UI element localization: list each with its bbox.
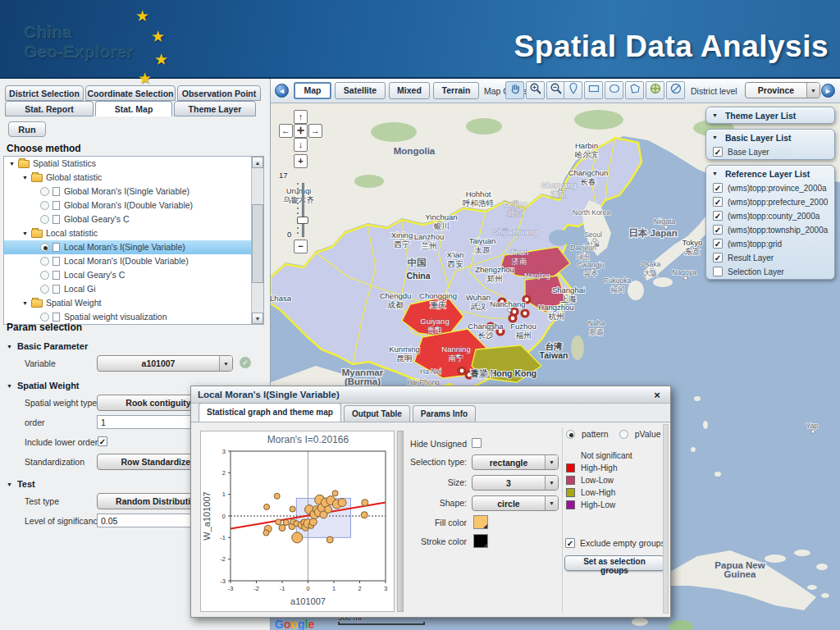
layer-checkbox[interactable] — [713, 267, 723, 276]
size-select[interactable]: 3 — [472, 475, 559, 491]
tree-item-local-geary-s-c[interactable]: Local Geary's C — [4, 268, 251, 282]
district-level-select[interactable]: Province — [745, 82, 820, 98]
result-marker-icon[interactable] — [509, 315, 516, 322]
exclude-empty-groups[interactable]: Exclude empty groups — [565, 538, 665, 548]
dialog-tab-statistical-graph-and-theme-map[interactable]: Statistical graph and theme map — [199, 403, 341, 422]
tree-folder-global-statistic[interactable]: Global statistic — [4, 171, 251, 185]
tab-coordinate-selection[interactable]: Coordinate Selection — [85, 85, 176, 101]
scrollbar-thumb[interactable] — [252, 204, 263, 283]
layer-item-wms-topp-township-2000a[interactable]: (wms)topp:township_2000a — [706, 223, 834, 237]
view-tab-terrain[interactable]: Terrain — [433, 82, 479, 99]
pan-right-icon[interactable]: → — [308, 124, 322, 138]
layer-item-base-layer[interactable]: Base Layer — [706, 145, 834, 159]
exclude-checkbox[interactable] — [565, 538, 575, 548]
tab-observation-point[interactable]: Observation Point — [177, 85, 261, 101]
radio-icon[interactable] — [40, 187, 49, 196]
set-selection-groups-button[interactable]: Set as selection groups — [564, 555, 664, 571]
stroke-color-swatch[interactable] — [473, 534, 488, 548]
layer-item-wms-topp-grid[interactable]: (wms)topp:grid — [706, 237, 834, 251]
dialog-tab-params-info[interactable]: Params Info — [413, 405, 476, 422]
pan-hand-button[interactable] — [505, 81, 524, 99]
plot-scrollbar[interactable] — [397, 431, 404, 612]
layer-checkbox[interactable] — [713, 211, 723, 221]
radio-icon[interactable] — [40, 285, 49, 294]
layer-item-selection-layer[interactable]: Selection Layer — [706, 265, 834, 279]
tree-item-local-gi[interactable]: Local Gi — [4, 282, 251, 296]
dialog-scrollbar[interactable] — [663, 424, 669, 614]
basic-layer-header[interactable]: Basic Layer List — [706, 130, 834, 145]
place-marker-button[interactable] — [564, 81, 582, 99]
tree-item-global-geary-s-c[interactable]: Global Geary's C — [4, 212, 251, 226]
tab-district-selection[interactable]: District Selection — [5, 85, 84, 101]
zoom-out-button[interactable] — [546, 81, 565, 99]
pan-up-icon[interactable]: ↑ — [294, 110, 308, 124]
selection-type-select[interactable]: rectangle — [472, 454, 559, 470]
layer-checkbox[interactable] — [713, 239, 723, 249]
checkbox-include-lower-orders[interactable] — [98, 436, 107, 446]
radio-icon[interactable] — [40, 257, 49, 266]
polygon-select-button[interactable] — [625, 81, 644, 99]
tab-stat-report[interactable]: Stat. Report — [5, 101, 94, 116]
layer-item-wms-topp-prefecture-2000[interactable]: (wms)topp:prefecture_2000 — [706, 195, 834, 209]
radio-icon[interactable] — [566, 430, 575, 439]
close-icon[interactable]: × — [651, 389, 664, 401]
tree-folder-spatial-statistics[interactable]: Spatial Statistics — [4, 157, 251, 171]
radio-icon[interactable] — [40, 271, 49, 280]
reference-layer-header[interactable]: Reference Layer List — [706, 166, 834, 181]
rectangle-select-button[interactable] — [584, 81, 603, 99]
zoom-in-button[interactable] — [526, 81, 545, 99]
radio-icon[interactable] — [40, 313, 49, 322]
radio-icon[interactable] — [40, 243, 49, 252]
mode-option-pattern[interactable]: pattern — [566, 429, 609, 439]
hide-unsigned-checkbox[interactable] — [472, 438, 482, 448]
ellipse-select-button[interactable] — [605, 81, 623, 99]
tree-item-global-moran-s-i-double-variable[interactable]: Global Moran's I(Double Variable) — [4, 199, 251, 212]
result-marker-icon[interactable] — [522, 310, 528, 317]
layer-checkbox[interactable] — [713, 225, 723, 235]
tab-theme-layer[interactable]: Theme Layer — [174, 101, 256, 116]
result-marker-icon[interactable] — [459, 368, 465, 374]
zoom-out-button[interactable]: − — [294, 240, 308, 253]
tree-scrollbar[interactable]: ▲ ▼ — [251, 157, 263, 324]
dialog-titlebar[interactable]: Local Moran's I(Single Variable) × — [191, 386, 670, 404]
layer-item-wms-topp-province-2000a[interactable]: (wms)topp:province_2000a — [706, 181, 834, 195]
tree-item-local-moran-s-i-double-variable[interactable]: Local Moran's I(Double Variable) — [4, 254, 251, 268]
layer-checkbox[interactable] — [713, 197, 723, 207]
zoom-in-button[interactable]: + — [294, 154, 308, 168]
layer-checkbox[interactable] — [713, 253, 723, 262]
radio-icon[interactable] — [40, 201, 49, 210]
mode-option-pvalue[interactable]: pValue — [619, 429, 661, 439]
dialog-tab-output-table[interactable]: Output Table — [344, 405, 410, 422]
shape-select[interactable]: circle — [472, 495, 559, 511]
scroll-up-icon[interactable]: ▲ — [252, 157, 263, 168]
globe-select-button[interactable] — [646, 81, 664, 99]
view-tab-mixed[interactable]: Mixed — [389, 82, 430, 99]
tab-stat-map[interactable]: Stat. Map — [95, 101, 172, 116]
radio-icon[interactable] — [619, 430, 628, 439]
scroll-down-icon[interactable]: ▼ — [252, 313, 263, 324]
pan-center-icon[interactable]: ✛ — [294, 124, 308, 138]
layer-checkbox[interactable] — [713, 147, 723, 157]
view-tab-map[interactable]: Map — [294, 82, 331, 99]
layer-item-result-layer[interactable]: Result Layer — [706, 251, 834, 265]
collapse-right-icon[interactable]: ► — [821, 84, 835, 98]
tree-folder-local-statistic[interactable]: Local statistic — [4, 226, 251, 240]
tree-item-global-moran-s-i-single-variable[interactable]: Global Moran's I(Single Variable) — [4, 185, 251, 199]
param-section-basic-parameter[interactable]: Basic Parameter — [0, 338, 271, 354]
pan-down-icon[interactable]: ↓ — [294, 138, 308, 152]
collapse-left-icon[interactable]: ◄ — [275, 84, 289, 98]
tree-folder-spatial-weight[interactable]: Spatial Weight — [4, 296, 251, 310]
pan-left-icon[interactable]: ← — [279, 124, 293, 138]
param-dropdown-variable[interactable]: a101007 — [97, 355, 233, 372]
view-tab-satellite[interactable]: Satellite — [335, 82, 386, 99]
theme-layer-header[interactable]: Theme Layer List — [706, 107, 834, 123]
clear-selection-button[interactable] — [666, 81, 685, 99]
zoom-slider-track[interactable] — [302, 183, 304, 237]
layer-checkbox[interactable] — [713, 183, 723, 193]
radio-icon[interactable] — [40, 215, 49, 224]
fill-color-swatch[interactable] — [473, 515, 488, 529]
zoom-slider-handle[interactable] — [297, 217, 308, 224]
tree-item-local-moran-s-i-single-variable[interactable]: Local Moran's I(Single Variable) — [4, 240, 251, 254]
run-button[interactable]: Run — [8, 121, 46, 137]
layer-item-wms-topp-county-2000a[interactable]: (wms)topp:county_2000a — [706, 209, 834, 223]
